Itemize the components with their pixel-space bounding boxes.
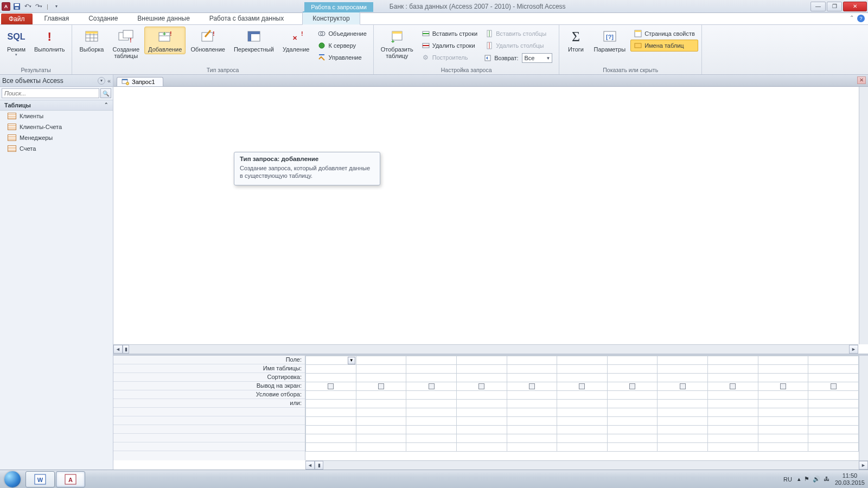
qbe-cell[interactable] <box>808 408 859 417</box>
qbe-cell[interactable] <box>406 374 457 382</box>
qbe-cell[interactable] <box>507 400 557 408</box>
datadef-query-button[interactable]: Управление <box>314 52 369 63</box>
qbe-cell[interactable] <box>507 408 557 417</box>
qbe-cell[interactable] <box>507 426 557 434</box>
show-checkbox[interactable] <box>629 383 635 389</box>
qbe-hscroll[interactable]: ◄ ▮ ► <box>305 460 868 470</box>
qbe-cell[interactable] <box>507 417 557 426</box>
qbe-show-cell[interactable] <box>406 382 457 391</box>
qbe-cell[interactable] <box>456 417 507 426</box>
nav-item-clients[interactable]: Клиенты <box>0 111 113 121</box>
qbe-show-cell[interactable] <box>658 382 708 391</box>
qbe-cell[interactable] <box>808 356 859 365</box>
qbe-show-cell[interactable] <box>557 382 608 391</box>
show-checkbox[interactable] <box>378 383 384 389</box>
tray-clock[interactable]: 11:50 20.03.2015 <box>835 472 865 486</box>
tray-flag-icon[interactable]: ⚑ <box>804 476 809 483</box>
qbe-cell[interactable] <box>658 417 708 426</box>
show-checkbox[interactable] <box>831 383 837 389</box>
qbe-cell[interactable] <box>607 443 658 452</box>
qbe-cell[interactable] <box>708 443 758 452</box>
qbe-field-cell[interactable]: ▼ <box>306 356 356 365</box>
qbe-cell[interactable] <box>356 443 406 452</box>
update-query-button[interactable]: ! Обновление <box>187 27 229 54</box>
show-checkbox[interactable] <box>529 383 535 389</box>
qbe-show-cell[interactable] <box>708 382 758 391</box>
qbe-show-cell[interactable] <box>758 382 808 391</box>
qbe-cell[interactable] <box>658 434 708 443</box>
qbe-cell[interactable] <box>306 417 356 426</box>
qbe-cell[interactable] <box>658 356 708 365</box>
tab-home[interactable]: Главная <box>35 12 79 24</box>
delete-rows-button[interactable]: Удалить строки <box>418 40 481 52</box>
qbe-cell[interactable] <box>356 417 406 426</box>
tab-external[interactable]: Внешние данные <box>127 12 200 24</box>
help-icon[interactable]: ? <box>857 15 865 22</box>
qbe-cell[interactable] <box>356 400 406 408</box>
qbe-cell[interactable] <box>557 408 608 417</box>
nav-dropdown-icon[interactable]: ▾ <box>98 77 105 85</box>
start-button[interactable] <box>0 470 25 489</box>
qbe-cell[interactable] <box>306 434 356 443</box>
qbe-cell[interactable] <box>306 426 356 434</box>
qbe-cell[interactable] <box>607 356 658 365</box>
qbe-cell[interactable] <box>607 408 658 417</box>
nav-group-tables[interactable]: Таблицы ⌃ <box>0 100 113 111</box>
file-tab[interactable]: Файл <box>1 14 33 24</box>
qbe-cell[interactable] <box>708 408 758 417</box>
qbe-cell[interactable] <box>808 391 859 400</box>
union-query-button[interactable]: Объединение <box>314 28 369 40</box>
qbe-cell[interactable] <box>658 391 708 400</box>
qbe-show-cell[interactable] <box>607 382 658 391</box>
qbe-cell[interactable] <box>356 374 406 382</box>
scroll-thumb[interactable]: ▮ <box>123 345 129 354</box>
qbe-cell[interactable] <box>758 417 808 426</box>
qbe-cell[interactable] <box>356 391 406 400</box>
run-button[interactable]: ! Выполнить <box>30 27 68 54</box>
view-mode-button[interactable]: SQL Режим ▾ <box>3 27 29 59</box>
doc-tab-query1[interactable]: Запрос1 <box>117 77 163 86</box>
show-checkbox[interactable] <box>579 383 585 389</box>
diagram-vscroll[interactable] <box>859 87 868 344</box>
parameters-button[interactable]: [?] Параметры <box>590 27 629 54</box>
qbe-cell[interactable] <box>708 400 758 408</box>
scroll-thumb[interactable]: ▮ <box>315 461 323 470</box>
qbe-cell[interactable] <box>708 365 758 374</box>
qbe-cell[interactable] <box>456 434 507 443</box>
save-icon[interactable] <box>12 2 21 11</box>
nav-collapse-icon[interactable]: « <box>107 78 111 84</box>
redo-icon[interactable]: ↷▾ <box>34 2 43 11</box>
nav-item-managers[interactable]: Менеджеры <box>0 132 113 143</box>
delete-query-button[interactable]: ✕! Удаление <box>279 27 314 54</box>
qbe-cell[interactable] <box>356 434 406 443</box>
qbe-cell[interactable] <box>456 365 507 374</box>
qbe-cell[interactable] <box>507 391 557 400</box>
maketable-query-button[interactable]: ! Создание таблицы <box>108 27 143 61</box>
qbe-cell[interactable] <box>306 374 356 382</box>
diagram-hscroll[interactable]: ◄ ▮ ► <box>113 344 858 354</box>
tab-design[interactable]: Конструктор <box>302 11 360 25</box>
qbe-cell[interactable] <box>758 400 808 408</box>
qbe-cell[interactable] <box>557 434 608 443</box>
undo-icon[interactable]: ↶▾ <box>23 2 32 11</box>
qbe-cell[interactable] <box>808 434 859 443</box>
show-checkbox[interactable] <box>730 383 736 389</box>
qbe-cell[interactable] <box>406 400 457 408</box>
scroll-left-icon[interactable]: ◄ <box>305 461 315 470</box>
qbe-cell[interactable] <box>607 391 658 400</box>
show-checkbox[interactable] <box>328 383 334 389</box>
qbe-cell[interactable] <box>306 443 356 452</box>
nav-item-accounts[interactable]: Счета <box>0 143 113 154</box>
qbe-cell[interactable] <box>356 408 406 417</box>
qbe-cell[interactable] <box>758 408 808 417</box>
close-button[interactable]: ✕ <box>843 2 867 11</box>
qbe-cell[interactable] <box>406 434 457 443</box>
qbe-cell[interactable] <box>306 391 356 400</box>
qbe-cell[interactable] <box>456 374 507 382</box>
tray-network-icon[interactable]: 🖧 <box>824 476 829 483</box>
field-dropdown-icon[interactable]: ▼ <box>348 357 355 364</box>
query-diagram-area[interactable]: ◄ ▮ ► <box>113 87 868 356</box>
qbe-cell[interactable] <box>808 400 859 408</box>
table-names-button[interactable]: Имена таблиц <box>630 40 698 52</box>
qbe-cell[interactable] <box>658 426 708 434</box>
